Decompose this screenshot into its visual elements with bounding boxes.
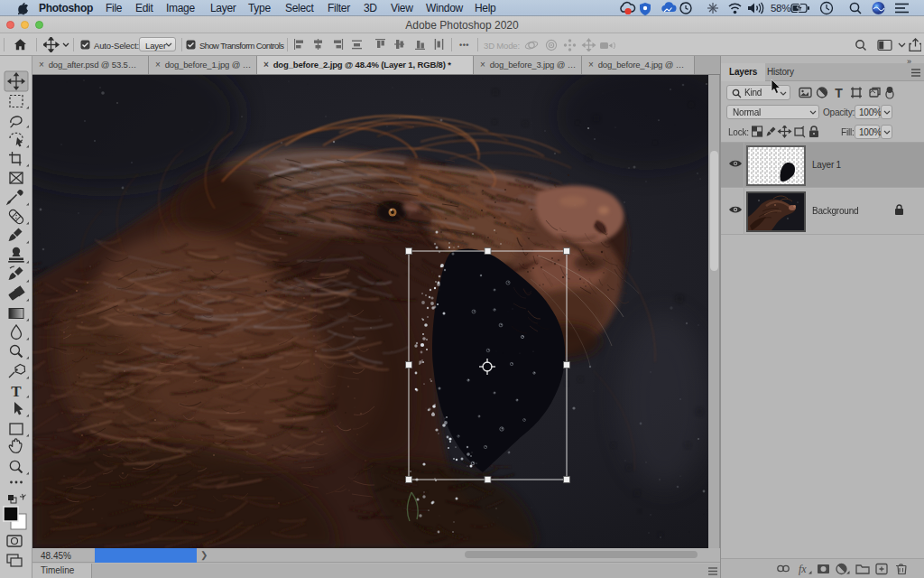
svg-text:T: T	[835, 86, 843, 99]
svg-text:T: T	[11, 383, 22, 400]
svg-text:fx: fx	[799, 563, 807, 575]
svg-text:58%: 58%	[771, 3, 790, 14]
